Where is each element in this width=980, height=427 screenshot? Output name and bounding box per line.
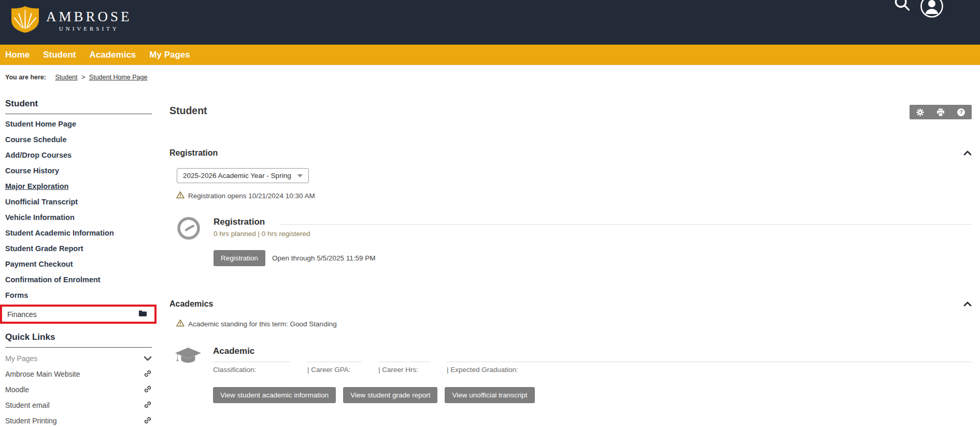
main-content: Student <box>157 92 980 403</box>
academics-section: Academics Academic standing for this ter… <box>169 299 972 403</box>
sidebar-title: Student <box>5 99 152 114</box>
university-logo[interactable]: AMBROSE UNIVERSITY <box>10 6 132 35</box>
divider <box>279 224 972 225</box>
link-icon <box>144 401 152 410</box>
graduation-cap-icon <box>175 347 202 403</box>
collapse-registration-chevron-up-icon[interactable] <box>963 149 972 157</box>
registration-card: Registration 0 hrs planned | 0 hrs regis… <box>169 216 972 266</box>
field-career-gpa: | Career GPA: <box>307 362 362 374</box>
help-icon[interactable]: ? <box>957 108 965 116</box>
academic-term-selected: 2025-2026 Academic Year - Spring <box>183 172 291 180</box>
warning-icon <box>176 191 184 200</box>
view-unofficial-transcript-button[interactable]: View unofficial transcript <box>445 387 534 403</box>
sidebar-item-forms[interactable]: Forms <box>5 287 152 303</box>
registration-open-text: Open through 5/5/2025 11:59 PM <box>272 254 375 262</box>
academic-card-title: Academic <box>213 346 972 356</box>
quick-link-label: Ambrose Main Website <box>5 370 80 378</box>
breadcrumb-label: You are here: <box>5 74 46 81</box>
quick-link-my-pages[interactable]: My Pages <box>5 351 152 366</box>
link-icon <box>144 385 152 395</box>
quick-links-menu: My Pages Ambrose Main Website Moodle <box>5 351 152 427</box>
quick-link-ambrose-main-website[interactable]: Ambrose Main Website <box>5 366 152 382</box>
help-glyph: ? <box>957 108 965 116</box>
logo-name: AMBROSE <box>46 10 132 24</box>
main-nav: Home Student Academics My Pages <box>0 45 980 65</box>
sidebar-item-unofficial-transcript[interactable]: Unofficial Transcript <box>5 194 152 210</box>
finances-label: Finances <box>7 310 37 319</box>
view-student-grade-report-button[interactable]: View student grade report <box>343 387 437 403</box>
academic-standing-text: Academic standing for this term: Good St… <box>188 320 337 328</box>
nav-item-home[interactable]: Home <box>5 50 30 60</box>
registration-hours: 0 hrs planned | 0 hrs registered <box>214 230 972 238</box>
registration-button[interactable]: Registration <box>214 250 265 266</box>
page-title: Student <box>169 105 207 117</box>
sidebar-item-student-academic-information[interactable]: Student Academic Information <box>5 225 152 241</box>
academics-section-title: Academics <box>169 299 214 309</box>
dropdown-caret-icon <box>297 174 303 177</box>
view-student-academic-information-button[interactable]: View student academic information <box>213 387 336 403</box>
quick-link-student-printing[interactable]: Student Printing <box>5 413 152 427</box>
clock-icon <box>176 216 201 266</box>
registration-warning-text: Registration opens 10/21/2024 10:30 AM <box>188 192 315 200</box>
sidebar-menu: Student Home Page Course Schedule Add/Dr… <box>5 116 152 303</box>
quick-link-label: Moodle <box>5 385 29 394</box>
registration-card-title: Registration <box>214 217 265 227</box>
sidebar-item-finances-highlighted[interactable]: Finances <box>0 305 157 324</box>
academic-card: Academic Classification: | Career GPA: |… <box>169 345 972 403</box>
quick-links-title: Quick Links <box>5 332 152 348</box>
search-icon[interactable] <box>893 0 911 14</box>
link-icon <box>144 369 152 379</box>
field-classification: Classification: <box>213 362 291 374</box>
sidebar-item-major-exploration[interactable]: Major Exploration <box>5 178 152 194</box>
breadcrumb-separator: > <box>81 74 85 81</box>
sidebar-item-payment-checkout[interactable]: Payment Checkout <box>5 256 152 272</box>
breadcrumb: You are here: Student > Student Home Pag… <box>5 74 980 81</box>
profile-icon[interactable] <box>920 0 944 20</box>
registration-section: Registration 2025-2026 Academic Year - S… <box>169 148 972 266</box>
sidebar-item-confirmation-of-enrolment[interactable]: Confirmation of Enrolment <box>5 272 152 287</box>
field-expected-graduation: | Expected Graduation: <box>447 362 972 374</box>
nav-item-my-pages[interactable]: My Pages <box>149 50 190 60</box>
quick-link-label: Student Printing <box>5 417 57 425</box>
sidebar-item-add-drop-courses[interactable]: Add/Drop Courses <box>5 147 152 163</box>
page-toolbar: ? <box>910 105 972 119</box>
academic-term-dropdown[interactable]: 2025-2026 Academic Year - Spring <box>177 168 309 183</box>
app-header: AMBROSE UNIVERSITY <box>0 0 980 45</box>
sidebar-item-course-schedule[interactable]: Course Schedule <box>5 132 152 147</box>
academic-standing-warning: Academic standing for this term: Good St… <box>176 319 972 328</box>
nav-item-student[interactable]: Student <box>43 50 76 60</box>
quick-link-moodle[interactable]: Moodle <box>5 382 152 397</box>
shield-logo-icon <box>10 6 40 35</box>
folder-icon <box>138 310 147 319</box>
sidebar-item-student-grade-report[interactable]: Student Grade Report <box>5 241 152 256</box>
sidebar: Student Student Home Page Course Schedul… <box>0 92 157 427</box>
sidebar-item-course-history[interactable]: Course History <box>5 163 152 178</box>
academic-fields: Classification: | Career GPA: | Career H… <box>213 362 972 374</box>
collapse-academics-chevron-up-icon[interactable] <box>963 300 972 308</box>
sidebar-item-student-home-page[interactable]: Student Home Page <box>5 116 152 132</box>
link-icon <box>144 416 152 426</box>
quick-link-label: My Pages <box>5 354 37 363</box>
warning-icon <box>176 319 184 328</box>
registration-section-title: Registration <box>169 148 218 158</box>
chevron-down-icon <box>144 354 152 363</box>
quick-link-student-email[interactable]: Student email <box>5 397 152 413</box>
breadcrumb-link-student-home-page[interactable]: Student Home Page <box>89 74 148 81</box>
registration-warning: Registration opens 10/21/2024 10:30 AM <box>176 191 972 200</box>
logo-text: AMBROSE UNIVERSITY <box>46 10 132 32</box>
breadcrumb-link-student[interactable]: Student <box>55 74 77 81</box>
field-career-hrs: | Career Hrs: <box>378 362 430 374</box>
sidebar-item-vehicle-information[interactable]: Vehicle Information <box>5 210 152 225</box>
quick-link-label: Student email <box>5 401 50 409</box>
nav-item-academics[interactable]: Academics <box>90 50 136 60</box>
logo-subname: UNIVERSITY <box>46 25 132 32</box>
print-icon[interactable] <box>936 108 945 116</box>
settings-icon[interactable] <box>916 108 924 116</box>
